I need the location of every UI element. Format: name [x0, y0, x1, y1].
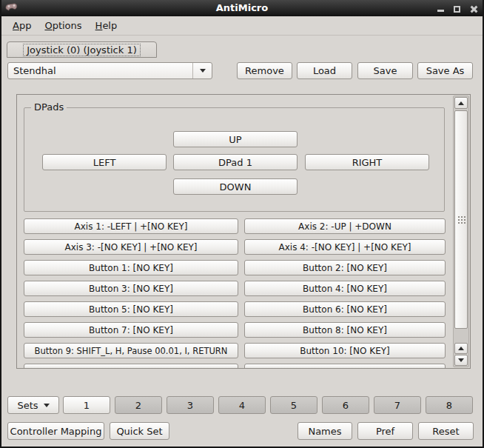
reset-button[interactable]: Reset [418, 422, 474, 440]
button-10-button[interactable]: Button 10: [NO KEY] [244, 343, 446, 358]
dpads-groupbox: DPads UP LEFT DPad 1 RIGHT DOWN [24, 107, 445, 212]
set-3-button[interactable]: 3 [167, 396, 214, 414]
set-7-button[interactable]: 7 [374, 396, 421, 414]
arrow-up-icon [458, 101, 464, 105]
menu-help[interactable]: Help [89, 18, 124, 33]
mapping-scroll-area: DPads UP LEFT DPad 1 RIGHT DOWN Axis 1: … [16, 94, 471, 369]
scroll-down-button[interactable] [454, 355, 468, 366]
set-1-button[interactable]: 1 [63, 396, 110, 414]
arrow-down-icon [458, 358, 464, 362]
button-12-button-partial[interactable] [244, 364, 446, 369]
axis-3-button[interactable]: Axis 3: -[NO KEY] | +[NO KEY] [24, 239, 238, 255]
dpads-group-label: DPads [31, 101, 67, 113]
scrollbar-thumb[interactable] [454, 110, 468, 329]
tab-joystick[interactable]: Joystick (0) (Joystick 1) [7, 41, 157, 58]
button-7-button[interactable]: Button 7: [NO KEY] [24, 322, 238, 338]
menu-app[interactable]: App [6, 18, 38, 33]
dpad-right-button[interactable]: RIGHT [305, 154, 429, 170]
button-3-button[interactable]: Button 3: [NO KEY] [24, 281, 238, 296]
button-9-button[interactable]: Button 9: SHIFT_L, H, Pause 00.01, I, RE… [24, 343, 238, 358]
button-4-button[interactable]: Button 4: [NO KEY] [244, 281, 446, 296]
dpad-center-button[interactable]: DPad 1 [173, 154, 298, 170]
dpad-down-button[interactable]: DOWN [173, 178, 298, 195]
button-6-button[interactable]: Button 6: [NO KEY] [244, 301, 446, 317]
set-2-button[interactable]: 2 [115, 396, 162, 414]
chevron-down-icon [200, 69, 206, 73]
titlebar: AntiMicro [0, 0, 484, 16]
menu-options[interactable]: Options [38, 18, 88, 33]
controller-mapping-button[interactable]: Controller Mapping [7, 422, 104, 440]
window-title: AntiMicro [0, 2, 484, 13]
axis-4-button[interactable]: Axis 4: -[NO KEY] | +[NO KEY] [244, 239, 446, 255]
profile-combobox[interactable]: Stendhal [7, 62, 212, 79]
save-as-button[interactable]: Save As [417, 62, 473, 79]
profile-combobox-value: Stendhal [8, 65, 192, 76]
dpad-up-button[interactable]: UP [173, 131, 298, 147]
button-8-button[interactable]: Button 8: [NO KEY] [244, 322, 446, 338]
remove-button[interactable]: Remove [237, 62, 292, 79]
set-6-button[interactable]: 6 [322, 396, 369, 414]
names-button[interactable]: Names [298, 422, 352, 440]
sets-menu-label: Sets [17, 400, 38, 411]
set-8-button[interactable]: 8 [426, 396, 473, 414]
button-5-button[interactable]: Button 5: [NO KEY] [24, 301, 238, 317]
grip-dots-icon [457, 215, 466, 224]
menubar: App Options Help [1, 16, 483, 36]
chevron-down-icon [44, 404, 50, 407]
save-button[interactable]: Save [357, 62, 413, 79]
load-button[interactable]: Load [297, 62, 352, 79]
pref-button[interactable]: Pref [357, 422, 413, 440]
vertical-scrollbar[interactable] [453, 96, 469, 367]
scroll-up-button[interactable] [454, 97, 468, 109]
axis-2-button[interactable]: Axis 2: -UP | +DOWN [244, 218, 446, 234]
quick-set-button[interactable]: Quick Set [110, 422, 169, 440]
window-controls [436, 3, 478, 13]
button-2-button[interactable]: Button 2: [NO KEY] [244, 260, 446, 275]
axis-1-button[interactable]: Axis 1: -LEFT | +[NO KEY] [24, 218, 238, 234]
button-1-button[interactable]: Button 1: [NO KEY] [24, 260, 238, 275]
combobox-dropdown-zone [192, 63, 212, 78]
scroll-up-button-bottom[interactable] [454, 343, 468, 354]
close-icon[interactable] [468, 4, 478, 13]
antimicro-window: AntiMicro App Options Help Joystick (0) … [0, 0, 484, 448]
sets-menu-button[interactable]: Sets [7, 396, 59, 414]
arrow-up-icon [458, 347, 464, 350]
set-4-button[interactable]: 4 [218, 396, 266, 414]
dpad-left-button[interactable]: LEFT [42, 154, 167, 170]
button-11-button-partial[interactable] [24, 364, 238, 369]
minimize-icon[interactable] [436, 4, 446, 13]
maximize-icon[interactable] [452, 4, 462, 13]
set-5-button[interactable]: 5 [270, 396, 317, 414]
tab-joystick-label: Joystick (0) (Joystick 1) [23, 44, 141, 56]
